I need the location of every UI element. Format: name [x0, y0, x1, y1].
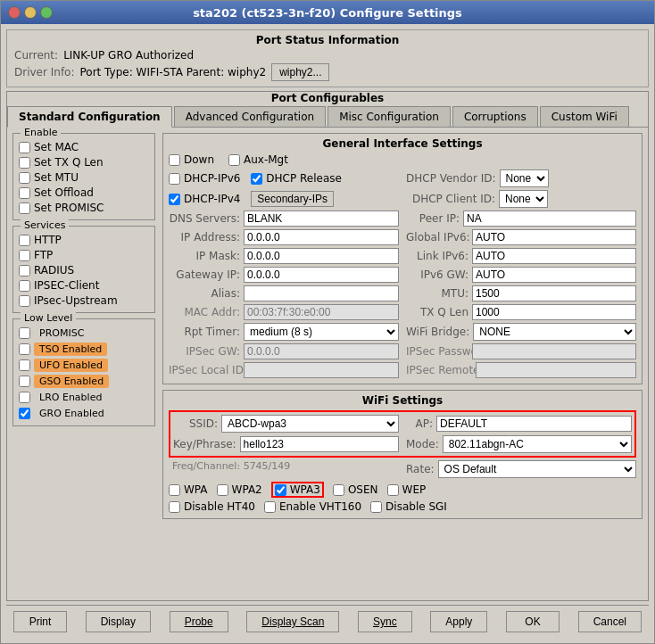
down-row[interactable]: Down	[169, 153, 214, 166]
tab-advanced-configuration[interactable]: Advanced Configuration	[174, 106, 326, 127]
disable-ht40-checkbox[interactable]	[169, 501, 180, 513]
wpa3-checkbox[interactable]	[275, 484, 286, 496]
wpa2-checkbox[interactable]	[217, 484, 228, 496]
radius-checkbox[interactable]	[19, 265, 30, 277]
mtu-input[interactable]	[472, 285, 636, 301]
ssid-label: SSID:	[173, 417, 218, 430]
minimize-button[interactable]	[24, 6, 37, 19]
link-ipv6-input[interactable]	[472, 248, 636, 264]
down-checkbox[interactable]	[169, 154, 180, 166]
dns-servers-input[interactable]	[244, 211, 399, 227]
alias-input[interactable]	[244, 285, 399, 301]
ap-input[interactable]	[436, 416, 632, 432]
rpt-timer-select[interactable]: medium (8 s)	[244, 323, 399, 341]
peer-ip-input[interactable]	[463, 211, 636, 227]
set-offload-checkbox[interactable]	[19, 187, 30, 199]
enable-vht160-checkbox[interactable]	[264, 501, 276, 513]
wpa-row[interactable]: WPA	[169, 482, 208, 498]
disable-sgi-checkbox[interactable]	[370, 501, 382, 513]
set-tx-q-len-row[interactable]: Set TX Q Len	[19, 156, 149, 169]
promisc-ll-checkbox[interactable]	[19, 327, 30, 339]
set-offload-row[interactable]: Set Offload	[19, 186, 149, 199]
tab-corruptions[interactable]: Corruptions	[452, 106, 538, 127]
wpa3-row[interactable]: WPA3	[275, 483, 320, 496]
disable-ht40-row[interactable]: Disable HT40	[169, 500, 255, 513]
ipsec-client-checkbox[interactable]	[19, 280, 30, 292]
wpa2-row[interactable]: WPA2	[217, 482, 262, 498]
set-promisc-checkbox[interactable]	[19, 202, 30, 214]
set-mac-checkbox[interactable]	[19, 142, 30, 153]
dhcp-vendor-id-label: DHCP Vendor ID:	[406, 172, 496, 185]
wpa-checkbox[interactable]	[169, 484, 180, 496]
key-phrase-input[interactable]	[240, 436, 399, 452]
wifi-bridge-row: WiFi Bridge: NONE	[406, 323, 636, 341]
dhcp-ipv4-checkbox[interactable]	[169, 194, 180, 205]
rate-select[interactable]: OS Default	[438, 460, 636, 478]
ipsec-upstream-row[interactable]: IPsec-Upstream	[19, 294, 149, 307]
wpa-label: WPA	[184, 483, 208, 496]
ip-mask-input[interactable]	[244, 248, 399, 264]
tab-misc-configuration[interactable]: Misc Configuration	[328, 106, 451, 127]
wiphy-button[interactable]: wiphy2...	[271, 63, 329, 81]
enable-vht160-row[interactable]: Enable VHT160	[264, 500, 361, 513]
osen-row[interactable]: OSEN	[333, 482, 378, 498]
tx-q-len-input[interactable]	[472, 304, 636, 320]
tso-enabled-checkbox[interactable]	[19, 343, 30, 355]
secondary-ips-button[interactable]: Secondary-IPs	[251, 191, 334, 207]
osen-checkbox[interactable]	[333, 484, 344, 496]
apply-button[interactable]: Apply	[430, 611, 487, 632]
probe-button[interactable]: Probe	[170, 611, 228, 632]
close-button[interactable]	[8, 6, 21, 19]
ip-address-input[interactable]	[244, 229, 399, 245]
ssid-select[interactable]: ABCD-wpa3	[221, 415, 399, 433]
sync-button[interactable]: Sync	[358, 611, 412, 632]
lro-enabled-checkbox[interactable]	[19, 392, 30, 403]
wep-checkbox[interactable]	[387, 484, 399, 496]
dhcp-ipv6-checkbox[interactable]	[169, 173, 180, 185]
set-tx-q-len-checkbox[interactable]	[19, 157, 30, 169]
wep-row[interactable]: WEP	[387, 482, 427, 498]
ipv6-gw-input[interactable]	[472, 267, 636, 283]
print-button[interactable]: Print	[13, 611, 67, 632]
dhcp-client-id-select[interactable]: None	[499, 190, 548, 208]
http-row[interactable]: HTTP	[19, 234, 149, 246]
ipsec-remote-id-label: IPSec Remote ID.:	[406, 364, 472, 376]
tab-content: Enable Set MAC Set TX Q Len	[7, 128, 648, 600]
gro-enabled-checkbox[interactable]	[19, 408, 30, 419]
tab-custom-wifi[interactable]: Custom WiFi	[540, 106, 629, 127]
ufo-enabled-checkbox[interactable]	[19, 359, 30, 371]
display-button[interactable]: Display	[86, 611, 151, 632]
gateway-ip-input[interactable]	[244, 267, 399, 283]
set-mtu-row[interactable]: Set MTU	[19, 171, 149, 184]
radius-row[interactable]: RADIUS	[19, 264, 149, 277]
display-scan-button[interactable]: Display Scan	[246, 611, 339, 632]
mode-select[interactable]: 802.11abgn-AC	[443, 435, 632, 453]
maximize-button[interactable]	[40, 6, 53, 19]
aux-mgt-row[interactable]: Aux-Mgt	[228, 153, 288, 166]
gateway-ip-label: Gateway IP:	[169, 268, 240, 281]
ftp-row[interactable]: FTP	[19, 249, 149, 261]
set-mac-row[interactable]: Set MAC	[19, 141, 149, 153]
ftp-checkbox[interactable]	[19, 250, 30, 261]
wifi-settings-title: WiFi Settings	[169, 394, 636, 407]
set-promisc-label: Set PROMISC	[34, 202, 104, 214]
enable-group-content: Set MAC Set TX Q Len Set MTU	[19, 141, 149, 214]
tab-standard-configuration[interactable]: Standard Configuration	[7, 106, 172, 128]
ipsec-upstream-checkbox[interactable]	[19, 295, 30, 307]
dhcp-vendor-id-select[interactable]: None	[500, 169, 549, 187]
cancel-button[interactable]: Cancel	[578, 611, 642, 632]
gso-enabled-checkbox[interactable]	[19, 376, 30, 387]
global-ipv6-row: Global IPv6:	[406, 229, 636, 245]
wifi-bridge-select[interactable]: NONE	[473, 323, 636, 341]
global-ipv6-input[interactable]	[472, 229, 636, 245]
set-mtu-checkbox[interactable]	[19, 172, 30, 184]
ok-button[interactable]: OK	[506, 611, 560, 632]
dhcp-release-checkbox[interactable]	[251, 173, 262, 185]
wifi-settings-section: WiFi Settings SSID: ABCD-wpa3	[162, 390, 643, 519]
disable-sgi-row[interactable]: Disable SGI	[370, 500, 447, 513]
set-promisc-row[interactable]: Set PROMISC	[19, 202, 149, 214]
ipsec-client-row[interactable]: IPSEC-Client	[19, 279, 149, 292]
http-checkbox[interactable]	[19, 235, 30, 246]
current-label: Current:	[14, 49, 58, 62]
aux-mgt-checkbox[interactable]	[228, 154, 240, 166]
